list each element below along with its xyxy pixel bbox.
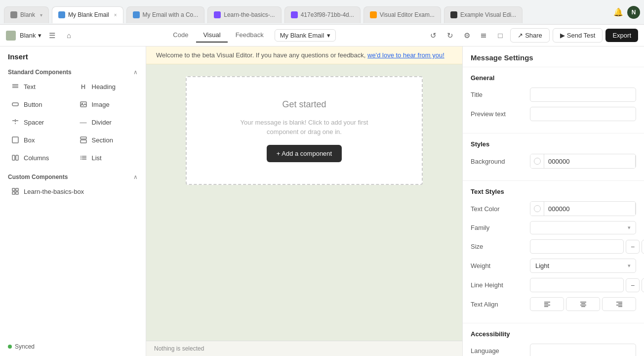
notice-link[interactable]: we'd love to hear from you! — [367, 51, 444, 59]
custom-collapse-button[interactable]: ∧ — [133, 174, 138, 180]
field-row-weight: Weight Light ▾ — [471, 259, 636, 273]
component-label-spacer: Spacer — [24, 119, 44, 126]
app-name[interactable]: Blank ▾ — [20, 32, 41, 39]
tab-417e[interactable]: 417e3f98-71bb-4d... — [284, 6, 361, 23]
home-icon[interactable]: ⌂ — [62, 29, 76, 43]
background-color-swatch[interactable] — [530, 154, 544, 168]
component-item-heading[interactable]: H Heading — [74, 79, 140, 94]
email-canvas: Get started Your message is blank! Click… — [186, 76, 423, 185]
line-height-decrement-button[interactable]: − — [626, 278, 640, 292]
field-row-size: Size − + — [471, 239, 636, 254]
component-item-image[interactable]: Image — [74, 96, 140, 112]
size-decrement-button[interactable]: − — [626, 240, 640, 254]
line-height-field: − + — [530, 278, 644, 292]
sliders-button[interactable] — [477, 29, 490, 43]
align-right-button[interactable] — [602, 297, 636, 311]
sidebar: Insert Standard Components ∧ Text H Head… — [0, 46, 146, 356]
tab-blank[interactable]: Blank ▾ — [4, 6, 49, 23]
field-row-title: Title — [471, 88, 636, 102]
size-increment-button[interactable]: + — [642, 240, 644, 254]
tab-visual-editor-exam[interactable]: Visual Editor Exam... — [363, 6, 441, 23]
canvas: Welcome to the beta Visual Editor. If yo… — [146, 46, 462, 356]
language-input[interactable] — [530, 344, 636, 356]
field-label-family: Family — [471, 224, 530, 231]
tab-code[interactable]: Code — [166, 28, 195, 43]
component-item-divider[interactable]: — Divider — [74, 114, 140, 130]
tab-feedback[interactable]: Feedback — [229, 28, 271, 43]
save-button[interactable]: □ — [493, 29, 507, 43]
avatar[interactable]: N — [627, 6, 640, 19]
background-opacity-input[interactable] — [635, 155, 636, 168]
app-name-label: Blank — [20, 32, 36, 39]
field-label-text-color: Text Color — [471, 205, 530, 213]
tab-my-email-co[interactable]: My Email with a Co... — [126, 6, 205, 23]
component-item-box[interactable]: Box — [6, 132, 72, 148]
component-item-list[interactable]: List — [74, 150, 140, 166]
hamburger-icon[interactable]: ☰ — [45, 29, 59, 43]
text-color-swatch[interactable] — [530, 202, 544, 216]
svg-rect-15 — [16, 155, 18, 160]
notification-icon[interactable]: 🔔 — [613, 7, 623, 17]
tab-close-my-blank-email[interactable]: × — [114, 12, 117, 18]
component-item-section[interactable]: Section — [74, 132, 140, 148]
app-bar: Blank ▾ ☰ ⌂ Code Visual Feedback My Blan… — [0, 25, 644, 46]
export-button[interactable]: Export — [605, 29, 638, 42]
notice-text: Welcome to the beta Visual Editor. If yo… — [156, 51, 365, 59]
svg-point-21 — [80, 159, 81, 160]
component-item-button[interactable]: Button — [6, 96, 72, 112]
email-selector[interactable]: My Blank Email ▾ — [275, 29, 336, 42]
send-test-button[interactable]: ▶ Send Test — [553, 28, 603, 43]
svg-rect-12 — [80, 137, 86, 139]
heading-icon: H — [79, 83, 88, 90]
preview-text-input[interactable] — [530, 107, 636, 121]
tab-my-blank-email[interactable]: My Blank Email × — [52, 6, 123, 23]
settings-button[interactable]: ⚙ — [460, 29, 474, 43]
toolbar-center: Code Visual Feedback My Blank Email ▾ — [80, 28, 423, 43]
redo-button[interactable]: ↻ — [443, 29, 457, 43]
add-component-button[interactable]: + Add a component — [267, 145, 342, 162]
tab-learn-basics[interactable]: Learn-the-basics-... — [207, 6, 281, 23]
text-opacity-input[interactable] — [635, 202, 636, 216]
notice-bar: Welcome to the beta Visual Editor. If yo… — [146, 46, 462, 64]
weight-select[interactable]: Light ▾ — [530, 259, 636, 273]
editor-mode-tabs: Code Visual Feedback — [166, 28, 270, 43]
sidebar-header: Insert — [0, 46, 146, 65]
component-item-spacer[interactable]: Spacer — [6, 114, 72, 130]
standard-collapse-button[interactable]: ∧ — [133, 69, 138, 76]
spacer-icon — [11, 118, 20, 126]
custom-item-learn-the-basics-box[interactable]: Learn-the-basics-box — [6, 183, 140, 199]
undo-button[interactable]: ↺ — [426, 29, 440, 43]
custom-item-icon — [11, 187, 20, 195]
canvas-area[interactable]: Get started Your message is blank! Click… — [146, 64, 462, 341]
title-input[interactable] — [530, 88, 636, 102]
text-color-circle — [534, 205, 541, 212]
tab-favicon-my-blank-email — [58, 11, 65, 18]
text-color-input[interactable] — [544, 202, 635, 216]
align-left-button[interactable] — [530, 297, 564, 311]
line-height-increment-button[interactable]: + — [642, 278, 644, 292]
align-center-button[interactable] — [566, 297, 600, 311]
synced-dot — [8, 345, 12, 349]
panel-section-general: General Title Preview text — [463, 67, 644, 134]
field-row-text-color: Text Color — [471, 201, 636, 216]
line-height-input[interactable] — [530, 278, 624, 292]
email-selector-arrow: ▾ — [327, 32, 330, 39]
tab-visual[interactable]: Visual — [196, 28, 227, 43]
panel-section-accessibility: Accessibility Language Text Direction Au… — [463, 323, 644, 356]
share-button[interactable]: ↗ Share — [510, 28, 550, 43]
component-item-columns[interactable]: Columns — [6, 150, 72, 166]
browser-chrome: Blank ▾ My Blank Email × My Email with a… — [0, 0, 644, 25]
toolbar-actions: ↺ ↻ ⚙ □ ↗ Share ▶ Send Test Export — [426, 28, 638, 43]
text-color-field — [530, 201, 636, 216]
component-label-list: List — [92, 154, 102, 162]
component-label-heading: Heading — [92, 83, 116, 90]
component-grid: Text H Heading Button Image — [0, 79, 146, 170]
family-select[interactable]: ▾ — [530, 221, 636, 234]
background-color-input[interactable] — [544, 155, 635, 168]
tab-close-blank[interactable]: ▾ — [40, 12, 42, 18]
tab-example-visual-edi[interactable]: Example Visual Edi... — [444, 6, 523, 23]
component-item-text[interactable]: Text — [6, 79, 72, 94]
tab-label-learn-basics: Learn-the-basics-... — [224, 11, 275, 18]
field-label-weight: Weight — [471, 262, 530, 269]
size-input[interactable] — [530, 239, 624, 254]
